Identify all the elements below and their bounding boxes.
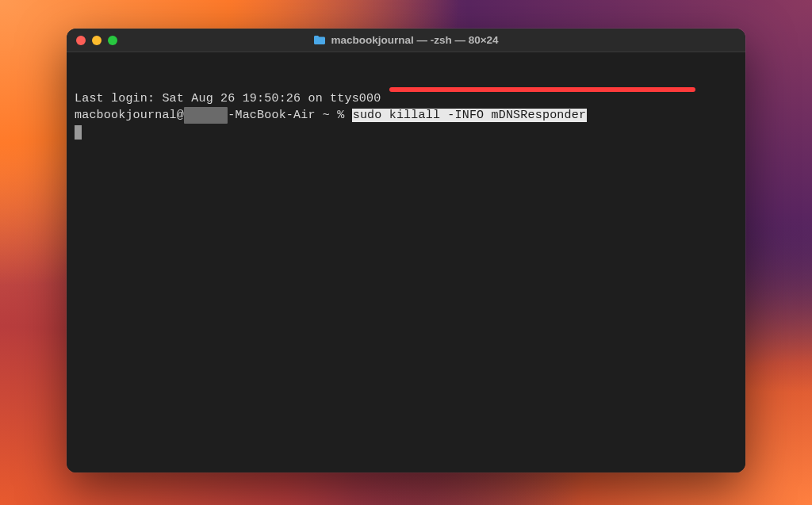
redacted-hostname xyxy=(184,107,228,124)
terminal-body[interactable]: Last login: Sat Aug 26 19:50:26 on ttys0… xyxy=(67,52,745,472)
prompt-user: macbookjournal@ xyxy=(75,109,184,122)
terminal-window: macbookjournal — -zsh — 80×24 Last login… xyxy=(67,29,745,472)
last-login-line: Last login: Sat Aug 26 19:50:26 on ttys0… xyxy=(75,90,737,107)
prompt-line: macbookjournal@ -MacBook-Air ~ % sudo ki… xyxy=(75,107,737,124)
zoom-button[interactable] xyxy=(108,36,117,45)
window-title-container: macbookjournal — -zsh — 80×24 xyxy=(76,34,736,46)
minimize-button[interactable] xyxy=(92,36,102,45)
traffic-lights xyxy=(76,36,117,45)
cursor-line xyxy=(75,124,737,141)
command-highlighted: sudo killall -INFO mDNSResponder xyxy=(352,109,587,122)
terminal-cursor xyxy=(75,125,82,140)
folder-icon xyxy=(313,35,326,45)
red-underline-annotation xyxy=(389,87,695,92)
titlebar[interactable]: macbookjournal — -zsh — 80×24 xyxy=(67,29,745,52)
window-title: macbookjournal — -zsh — 80×24 xyxy=(331,34,498,46)
prompt-suffix: -MacBook-Air ~ % xyxy=(228,109,351,122)
close-button[interactable] xyxy=(76,36,86,45)
